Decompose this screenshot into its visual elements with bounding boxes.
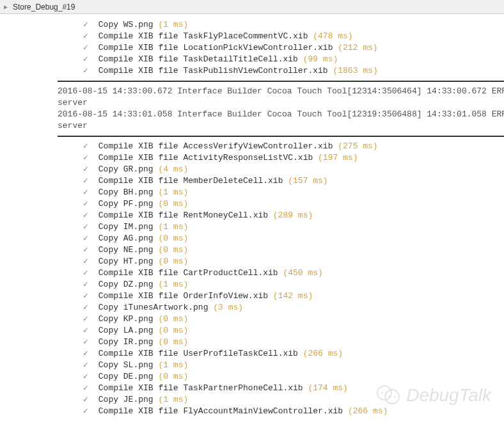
check-icon: ✓ (83, 256, 93, 267)
check-icon: ✓ (83, 302, 93, 314)
build-duration: (1 ms) (158, 187, 188, 197)
build-duration: (0 ms) (158, 257, 188, 266)
build-step-text: Copy IR.png (93, 337, 158, 347)
tab-bar: ▶ Store_Debug_#19 (0, 0, 504, 14)
build-block-2: ✓ Compile XIB file AccessVerifyViewContr… (0, 141, 504, 417)
build-line: ✓ Compile XIB file OrderInfoView.xib (14… (0, 290, 504, 302)
caret-right-icon: ▶ (4, 3, 8, 11)
check-icon: ✓ (83, 198, 93, 210)
build-step-text: Compile XIB file UserProfileTaskCell.xib (93, 349, 303, 358)
build-step-text: Copy KP.png (93, 314, 158, 324)
build-step-text: Compile XIB file TaskPublishViewControll… (93, 66, 333, 75)
build-duration: (99 ms) (303, 54, 338, 64)
check-icon: ✓ (83, 279, 93, 290)
build-step-text: Compile XIB file RentMoneyCell.xib (93, 210, 273, 220)
check-icon: ✓ (83, 360, 93, 371)
build-step-text: Copy GR.png (93, 164, 158, 174)
build-duration: (1 ms) (158, 395, 188, 404)
build-duration: (1 ms) (158, 280, 188, 289)
check-icon: ✓ (83, 175, 93, 187)
build-step-text: Copy BH.png (93, 187, 158, 197)
build-step-text: Copy IM.png (93, 222, 158, 232)
build-step-text: Compile XIB file AccessVerifyViewControl… (93, 141, 338, 151)
build-step-text: Compile XIB file ActivityResponseListVC.… (93, 153, 318, 163)
build-line: ✓ Copy iTunesArtwork.png (3 ms) (0, 302, 504, 314)
build-line: ✓ Copy DZ.png (1 ms) (0, 279, 504, 290)
build-line: ✓ Compile XIB file TaskFlyPlaceCommentVC… (0, 31, 504, 42)
build-duration: (450 ms) (283, 268, 322, 278)
build-step-text: Copy DZ.png (93, 280, 158, 289)
check-icon: ✓ (83, 394, 93, 406)
build-line: ✓ Compile XIB file LocationPickViewContr… (0, 42, 504, 54)
build-line: ✓ Copy LA.png (0 ms) (0, 325, 504, 337)
build-step-text: Copy AG.png (93, 234, 158, 243)
build-line: ✓ Copy NE.png (0 ms) (0, 244, 504, 256)
build-step-text: Compile XIB file TaskPartnerPhoneCell.xi… (93, 383, 308, 393)
build-step-text: Compile XIB file OrderInfoView.xib (93, 291, 273, 301)
build-step-text: Copy iTunesArtwork.png (93, 303, 213, 312)
check-icon: ✓ (83, 31, 93, 42)
build-step-text: Copy NE.png (93, 245, 158, 255)
build-duration: (197 ms) (318, 153, 358, 163)
build-line: ✓ Compile XIB file CartProductCell.xib (… (0, 267, 504, 279)
build-line: ✓ Copy KP.png (0 ms) (0, 314, 504, 325)
build-duration: (289 ms) (273, 210, 313, 220)
build-line: ✓ Compile XIB file TaskDetailTitleCell.x… (0, 54, 504, 65)
build-duration: (0 ms) (158, 326, 188, 335)
check-icon: ✓ (83, 54, 93, 65)
build-line: ✓ Compile XIB file RentMoneyCell.xib (28… (0, 210, 504, 221)
build-step-text: Copy WS.png (93, 20, 158, 29)
check-icon: ✓ (83, 233, 93, 244)
build-line: ✓ Compile XIB file TaskPublishViewContro… (0, 65, 504, 77)
build-duration: (142 ms) (273, 291, 313, 301)
build-line: ✓ Compile XIB file FlyAccountMainViewCon… (0, 406, 504, 417)
check-icon: ✓ (83, 244, 93, 256)
check-icon: ✓ (83, 42, 93, 54)
build-duration: (1 ms) (158, 222, 188, 232)
build-line: ✓ Copy AG.png (0 ms) (0, 233, 504, 244)
log-block: 2016-08-15 14:33:00.672 Interface Builde… (0, 86, 504, 132)
build-step-text: Copy HT.png (93, 257, 158, 266)
build-duration: (1 ms) (158, 360, 188, 370)
build-line: ✓ Compile XIB file MemberDeleteCell.xib … (0, 175, 504, 187)
build-duration: (157 ms) (288, 176, 327, 186)
build-step-text: Compile XIB file MemberDeleteCell.xib (93, 176, 288, 186)
check-icon: ✓ (83, 314, 93, 325)
check-icon: ✓ (83, 383, 93, 394)
build-line: ✓ Copy IM.png (1 ms) (0, 221, 504, 233)
build-duration: (1 ms) (158, 20, 188, 29)
build-line: ✓ Copy GR.png (4 ms) (0, 164, 504, 175)
log-line: 2016-08-15 14:33:01.058 Interface Builde… (58, 109, 504, 120)
divider (58, 136, 504, 137)
build-step-text: Copy DE.png (93, 372, 158, 381)
build-step-text: Compile XIB file FlyAccountMainViewContr… (93, 406, 348, 416)
build-step-text: Copy SL.png (93, 360, 158, 370)
build-duration: (266 ms) (348, 406, 388, 416)
check-icon: ✓ (83, 152, 93, 164)
build-line: ✓ Copy WS.png (1 ms) (0, 19, 504, 31)
check-icon: ✓ (83, 325, 93, 337)
build-duration: (0 ms) (158, 234, 188, 243)
log-line: 2016-08-15 14:33:00.672 Interface Builde… (58, 86, 504, 97)
build-duration: (4 ms) (158, 164, 188, 174)
build-line: ✓ Compile XIB file TaskPartnerPhoneCell.… (0, 383, 504, 394)
build-line: ✓ Copy DE.png (0 ms) (0, 371, 504, 383)
check-icon: ✓ (83, 267, 93, 279)
check-icon: ✓ (83, 187, 93, 198)
build-line: ✓ Copy BH.png (1 ms) (0, 187, 504, 198)
build-duration: (478 ms) (313, 31, 352, 41)
check-icon: ✓ (83, 141, 93, 152)
tab-title[interactable]: Store_Debug_#19 (13, 3, 75, 12)
build-duration: (174 ms) (308, 383, 347, 393)
build-duration: (0 ms) (158, 199, 188, 209)
build-duration: (266 ms) (303, 349, 343, 358)
check-icon: ✓ (83, 348, 93, 360)
build-line: ✓ Compile XIB file AccessVerifyViewContr… (0, 141, 504, 152)
build-step-text: Compile XIB file CartProductCell.xib (93, 268, 283, 278)
check-icon: ✓ (83, 406, 93, 417)
check-icon: ✓ (83, 290, 93, 302)
build-block-1: ✓ Copy WS.png (1 ms)✓ Compile XIB file T… (0, 19, 504, 77)
build-duration: (0 ms) (158, 372, 188, 381)
build-duration: (275 ms) (338, 141, 377, 151)
build-duration: (3 ms) (213, 303, 243, 312)
